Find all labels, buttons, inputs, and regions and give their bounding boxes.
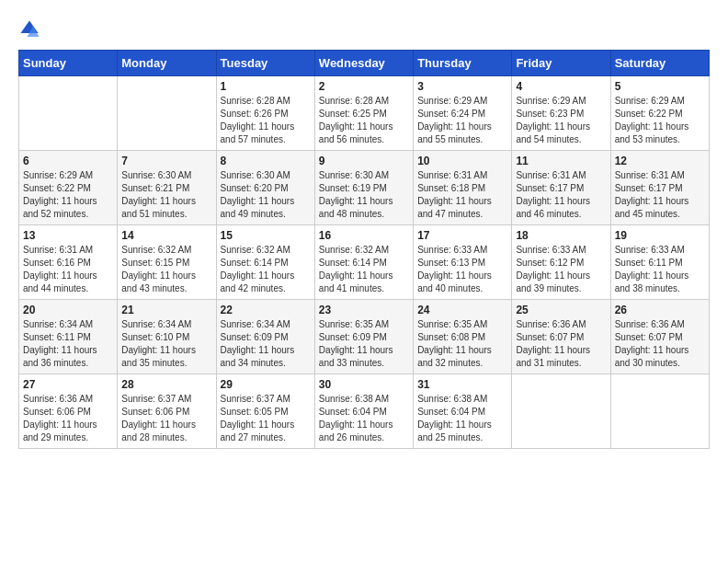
day-number: 14	[121, 229, 211, 242]
day-info: Sunrise: 6:37 AM Sunset: 6:05 PM Dayligh…	[221, 393, 311, 444]
day-info: Sunrise: 6:31 AM Sunset: 6:17 PM Dayligh…	[615, 169, 705, 221]
header-day-tuesday: Tuesday	[216, 51, 314, 76]
day-cell: 24Sunrise: 6:35 AM Sunset: 6:08 PM Dayli…	[414, 300, 512, 374]
day-cell: 29Sunrise: 6:37 AM Sunset: 6:05 PM Dayli…	[216, 374, 314, 449]
day-cell: 27Sunrise: 6:36 AM Sunset: 6:06 PM Dayli…	[19, 374, 118, 449]
day-number: 6	[23, 155, 113, 167]
day-number: 12	[615, 155, 705, 167]
header-row: SundayMondayTuesdayWednesdayThursdayFrid…	[19, 51, 710, 76]
day-cell: 13Sunrise: 6:31 AM Sunset: 6:16 PM Dayli…	[19, 225, 118, 300]
day-info: Sunrise: 6:31 AM Sunset: 6:18 PM Dayligh…	[417, 169, 507, 221]
day-cell: 10Sunrise: 6:31 AM Sunset: 6:18 PM Dayli…	[414, 151, 512, 225]
day-cell: 30Sunrise: 6:38 AM Sunset: 6:04 PM Dayli…	[314, 374, 413, 449]
header-day-saturday: Saturday	[610, 51, 709, 76]
header-day-thursday: Thursday	[414, 51, 512, 76]
day-number: 18	[516, 229, 606, 242]
day-number: 1	[221, 80, 311, 93]
day-cell	[19, 76, 118, 151]
day-number: 22	[221, 304, 311, 316]
day-cell: 11Sunrise: 6:31 AM Sunset: 6:17 PM Dayli…	[512, 151, 610, 225]
day-number: 27	[23, 378, 113, 391]
day-cell: 18Sunrise: 6:33 AM Sunset: 6:12 PM Dayli…	[512, 225, 610, 300]
day-info: Sunrise: 6:31 AM Sunset: 6:16 PM Dayligh…	[23, 244, 113, 295]
day-number: 23	[319, 304, 409, 316]
day-cell: 1Sunrise: 6:28 AM Sunset: 6:26 PM Daylig…	[216, 76, 314, 151]
day-number: 28	[121, 378, 211, 391]
header-day-monday: Monday	[118, 51, 216, 76]
day-number: 24	[417, 304, 507, 316]
day-cell: 26Sunrise: 6:36 AM Sunset: 6:07 PM Dayli…	[610, 300, 709, 374]
day-cell	[610, 374, 709, 449]
day-cell: 23Sunrise: 6:35 AM Sunset: 6:09 PM Dayli…	[314, 300, 413, 374]
day-number: 21	[121, 304, 211, 316]
day-info: Sunrise: 6:38 AM Sunset: 6:04 PM Dayligh…	[417, 393, 507, 444]
logo	[18, 18, 44, 40]
day-info: Sunrise: 6:30 AM Sunset: 6:21 PM Dayligh…	[121, 169, 211, 221]
day-info: Sunrise: 6:36 AM Sunset: 6:07 PM Dayligh…	[516, 318, 606, 370]
week-row-4: 20Sunrise: 6:34 AM Sunset: 6:11 PM Dayli…	[19, 300, 710, 374]
day-info: Sunrise: 6:29 AM Sunset: 6:22 PM Dayligh…	[23, 169, 113, 221]
day-number: 31	[417, 378, 507, 391]
week-row-3: 13Sunrise: 6:31 AM Sunset: 6:16 PM Dayli…	[19, 225, 710, 300]
day-cell: 22Sunrise: 6:34 AM Sunset: 6:09 PM Dayli…	[216, 300, 314, 374]
day-info: Sunrise: 6:30 AM Sunset: 6:20 PM Dayligh…	[221, 169, 311, 221]
day-info: Sunrise: 6:32 AM Sunset: 6:14 PM Dayligh…	[221, 244, 311, 295]
day-cell: 12Sunrise: 6:31 AM Sunset: 6:17 PM Dayli…	[610, 151, 709, 225]
day-cell	[512, 374, 610, 449]
day-cell: 4Sunrise: 6:29 AM Sunset: 6:23 PM Daylig…	[512, 76, 610, 151]
day-info: Sunrise: 6:34 AM Sunset: 6:10 PM Dayligh…	[121, 318, 211, 370]
day-info: Sunrise: 6:28 AM Sunset: 6:25 PM Dayligh…	[319, 95, 409, 146]
day-info: Sunrise: 6:37 AM Sunset: 6:06 PM Dayligh…	[121, 393, 211, 444]
day-info: Sunrise: 6:32 AM Sunset: 6:15 PM Dayligh…	[121, 244, 211, 295]
day-info: Sunrise: 6:29 AM Sunset: 6:23 PM Dayligh…	[516, 95, 606, 146]
day-number: 11	[516, 155, 606, 167]
day-number: 16	[319, 229, 409, 242]
day-info: Sunrise: 6:31 AM Sunset: 6:17 PM Dayligh…	[516, 169, 606, 221]
day-number: 10	[417, 155, 507, 167]
day-number: 4	[516, 80, 606, 93]
day-number: 20	[23, 304, 113, 316]
day-cell: 6Sunrise: 6:29 AM Sunset: 6:22 PM Daylig…	[19, 151, 118, 225]
day-number: 5	[615, 80, 705, 93]
day-info: Sunrise: 6:33 AM Sunset: 6:12 PM Dayligh…	[516, 244, 606, 295]
day-info: Sunrise: 6:32 AM Sunset: 6:14 PM Dayligh…	[319, 244, 409, 295]
day-info: Sunrise: 6:29 AM Sunset: 6:24 PM Dayligh…	[417, 95, 507, 146]
calendar-header: SundayMondayTuesdayWednesdayThursdayFrid…	[19, 51, 710, 76]
day-info: Sunrise: 6:38 AM Sunset: 6:04 PM Dayligh…	[319, 393, 409, 444]
day-cell: 21Sunrise: 6:34 AM Sunset: 6:10 PM Dayli…	[118, 300, 216, 374]
logo-icon	[18, 18, 40, 40]
day-cell: 16Sunrise: 6:32 AM Sunset: 6:14 PM Dayli…	[314, 225, 413, 300]
day-cell: 15Sunrise: 6:32 AM Sunset: 6:14 PM Dayli…	[216, 225, 314, 300]
day-cell: 2Sunrise: 6:28 AM Sunset: 6:25 PM Daylig…	[314, 76, 413, 151]
day-cell: 8Sunrise: 6:30 AM Sunset: 6:20 PM Daylig…	[216, 151, 314, 225]
day-cell: 17Sunrise: 6:33 AM Sunset: 6:13 PM Dayli…	[414, 225, 512, 300]
day-number: 25	[516, 304, 606, 316]
day-number: 9	[319, 155, 409, 167]
day-number: 26	[615, 304, 705, 316]
day-info: Sunrise: 6:29 AM Sunset: 6:22 PM Dayligh…	[615, 95, 705, 146]
day-cell: 28Sunrise: 6:37 AM Sunset: 6:06 PM Dayli…	[118, 374, 216, 449]
day-info: Sunrise: 6:33 AM Sunset: 6:11 PM Dayligh…	[615, 244, 705, 295]
day-info: Sunrise: 6:28 AM Sunset: 6:26 PM Dayligh…	[221, 95, 311, 146]
day-number: 2	[319, 80, 409, 93]
header-day-friday: Friday	[512, 51, 610, 76]
day-number: 15	[221, 229, 311, 242]
day-cell: 5Sunrise: 6:29 AM Sunset: 6:22 PM Daylig…	[610, 76, 709, 151]
day-cell: 7Sunrise: 6:30 AM Sunset: 6:21 PM Daylig…	[118, 151, 216, 225]
day-cell: 14Sunrise: 6:32 AM Sunset: 6:15 PM Dayli…	[118, 225, 216, 300]
day-number: 7	[121, 155, 211, 167]
day-number: 8	[221, 155, 311, 167]
header-day-sunday: Sunday	[19, 51, 118, 76]
day-number: 30	[319, 378, 409, 391]
day-info: Sunrise: 6:35 AM Sunset: 6:08 PM Dayligh…	[417, 318, 507, 370]
day-info: Sunrise: 6:33 AM Sunset: 6:13 PM Dayligh…	[417, 244, 507, 295]
day-cell: 3Sunrise: 6:29 AM Sunset: 6:24 PM Daylig…	[414, 76, 512, 151]
week-row-2: 6Sunrise: 6:29 AM Sunset: 6:22 PM Daylig…	[19, 151, 710, 225]
day-cell: 20Sunrise: 6:34 AM Sunset: 6:11 PM Dayli…	[19, 300, 118, 374]
day-info: Sunrise: 6:35 AM Sunset: 6:09 PM Dayligh…	[319, 318, 409, 370]
header	[18, 18, 710, 40]
day-info: Sunrise: 6:34 AM Sunset: 6:09 PM Dayligh…	[221, 318, 311, 370]
day-cell: 25Sunrise: 6:36 AM Sunset: 6:07 PM Dayli…	[512, 300, 610, 374]
day-cell	[118, 76, 216, 151]
day-number: 13	[23, 229, 113, 242]
